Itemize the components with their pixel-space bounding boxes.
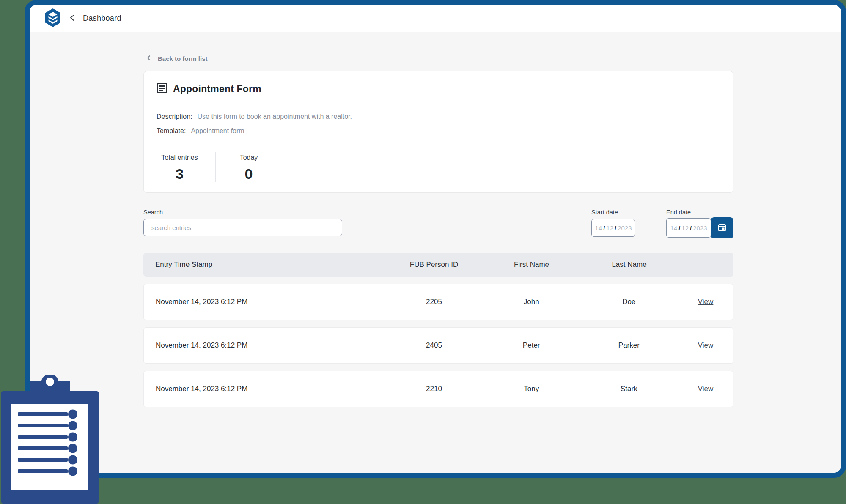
back-to-form-list-link[interactable]: Back to form list	[146, 55, 208, 62]
description-value: Use this form to book an appointment wit…	[197, 113, 352, 121]
back-link-label: Back to form list	[158, 55, 208, 62]
date-separator: /	[615, 225, 616, 232]
date-separator: /	[603, 225, 605, 232]
end-year: 2023	[693, 225, 707, 232]
table-row: November 14, 2023 6:12 PM 2205 John Doe …	[143, 284, 733, 320]
start-date-input[interactable]: 14 / 12 / 2023	[591, 219, 635, 237]
cell-last-name: Stark	[580, 371, 678, 407]
search-input[interactable]	[143, 219, 342, 236]
start-day: 14	[595, 225, 602, 232]
stat-total-entries: Total entries 3	[157, 152, 216, 182]
stat-label: Today	[216, 154, 282, 162]
end-day: 14	[670, 225, 677, 232]
entries-table: Entry Time Stamp FUB Person ID First Nam…	[143, 253, 733, 407]
search-label: Search	[143, 209, 163, 216]
stat-today: Today 0	[216, 152, 282, 182]
end-month: 12	[681, 225, 689, 232]
cell-first-name: Tony	[483, 371, 580, 407]
table-header-row: Entry Time Stamp FUB Person ID First Nam…	[143, 253, 733, 277]
header-actions	[678, 253, 733, 277]
stat-value: 3	[157, 166, 203, 182]
cell-first-name: John	[483, 284, 580, 320]
stat-value: 0	[216, 166, 282, 182]
header-last-name: Last Name	[580, 253, 678, 277]
table-row: November 14, 2023 6:12 PM 2405 Peter Par…	[143, 327, 733, 364]
cell-first-name: Peter	[483, 328, 580, 363]
cell-last-name: Parker	[580, 328, 678, 363]
chevron-left-icon[interactable]	[69, 14, 75, 23]
header-first-name: First Name	[483, 253, 580, 277]
start-year: 2023	[618, 225, 632, 232]
header-entry-time-stamp: Entry Time Stamp	[143, 253, 385, 277]
layers-icon	[44, 8, 62, 29]
template-label: Template:	[157, 127, 186, 135]
arrow-left-icon	[146, 55, 154, 62]
end-date-input[interactable]: 14 / 12 / 2023	[666, 218, 711, 238]
template-value: Appointment form	[191, 127, 244, 135]
form-icon	[157, 82, 168, 95]
page-title: Dashboard	[83, 14, 121, 23]
topbar: Dashboard	[30, 5, 841, 32]
form-title: Appointment Form	[173, 83, 261, 95]
date-separator: /	[678, 225, 680, 232]
stat-label: Total entries	[157, 154, 203, 162]
view-link[interactable]: View	[698, 385, 714, 393]
description-label: Description:	[157, 113, 192, 121]
cell-timestamp: November 14, 2023 6:12 PM	[144, 371, 385, 407]
cell-timestamp: November 14, 2023 6:12 PM	[144, 328, 385, 363]
app-window: Dashboard Back to form list Appointment …	[25, 0, 846, 478]
start-date-label: Start date	[591, 209, 618, 216]
view-link[interactable]: View	[698, 341, 714, 350]
date-separator: /	[690, 225, 692, 232]
end-date-label: End date	[666, 209, 691, 216]
start-month: 12	[606, 225, 613, 232]
cell-last-name: Doe	[580, 284, 678, 320]
header-fub-person-id: FUB Person ID	[385, 253, 483, 277]
cell-fub-person-id: 2405	[385, 328, 483, 363]
view-link[interactable]: View	[698, 298, 714, 306]
table-row: November 14, 2023 6:12 PM 2210 Tony Star…	[143, 371, 733, 407]
calendar-button[interactable]	[711, 217, 733, 238]
cell-fub-person-id: 2210	[385, 371, 483, 407]
form-summary-card: Appointment Form Description: Use this f…	[143, 71, 733, 193]
calendar-icon	[717, 223, 727, 233]
cell-fub-person-id: 2205	[385, 284, 483, 320]
cell-timestamp: November 14, 2023 6:12 PM	[144, 284, 385, 320]
clipboard-checklist-illustration	[0, 375, 100, 504]
date-range-connector	[635, 228, 666, 228]
